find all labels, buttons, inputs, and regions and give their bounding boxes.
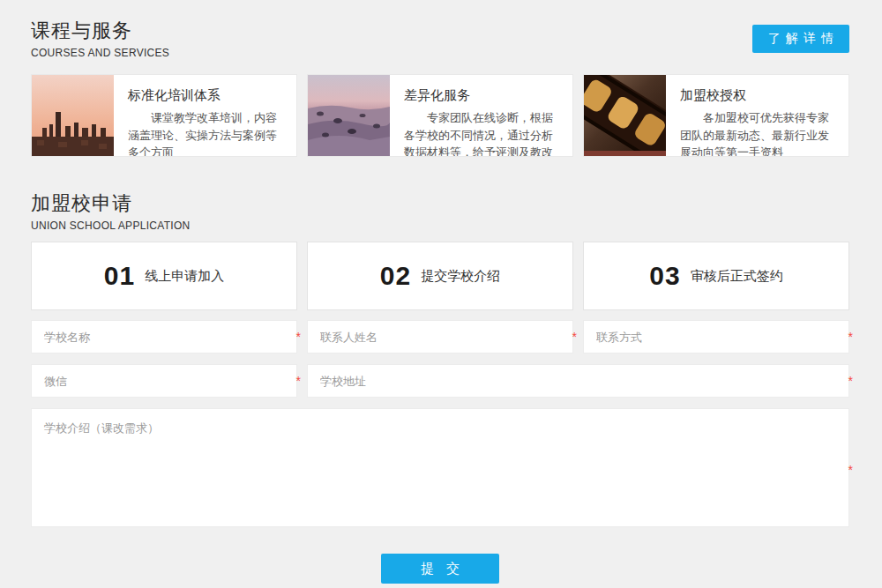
contact-name-field: * <box>307 320 573 354</box>
step-number: 01 <box>104 261 135 291</box>
courses-section-title: 课程与服务 <box>31 18 169 44</box>
card-title: 差异化服务 <box>404 87 560 104</box>
card-text-block: 差异化服务 专家团队在线诊断，根据各学校的不同情况，通过分析数据材料等，给予评测… <box>390 75 572 156</box>
learn-more-button[interactable]: 了解详情 <box>752 25 849 53</box>
application-steps-row: 01 线上申请加入 02 提交学校介绍 03 审核后正式签约 <box>31 242 849 310</box>
step-label: 线上申请加入 <box>145 268 224 285</box>
card-description: 各加盟校可优先获得专家团队的最新动态、最新行业发展动向等第一手资料 <box>680 109 836 156</box>
film-strip-image <box>584 75 666 156</box>
form-row-1: * * * <box>31 320 849 354</box>
contact-phone-field: * <box>583 320 849 354</box>
school-address-field: * <box>307 364 849 398</box>
courses-section-subtitle: COURSES AND SERVICES <box>31 47 169 59</box>
city-sunset-image <box>32 75 114 156</box>
course-card-standard-training: 标准化培训体系 课堂教学改革培训，内容涵盖理论、实操方法与案例等多个方面 <box>31 74 297 157</box>
wechat-input[interactable] <box>31 364 297 398</box>
courses-section-header: 课程与服务 COURSES AND SERVICES 了解详情 <box>31 18 849 59</box>
course-card-differentiated-service: 差异化服务 专家团队在线诊断，根据各学校的不同情况，通过分析数据材料等，给予评测… <box>307 74 573 157</box>
application-section-subtitle: UNION SCHOOL APPLICATION <box>31 220 849 232</box>
card-text-block: 标准化培训体系 课堂教学改革培训，内容涵盖理论、实操方法与案例等多个方面 <box>114 75 296 156</box>
required-asterisk: * <box>848 331 853 343</box>
submit-row: 提交 <box>31 554 849 584</box>
required-asterisk: * <box>572 331 577 343</box>
application-form: * * * * * <box>31 320 849 584</box>
school-address-input[interactable] <box>307 364 849 398</box>
application-section-title: 加盟校申请 <box>31 190 849 217</box>
step-label: 提交学校介绍 <box>421 268 500 285</box>
school-intro-textarea[interactable] <box>31 408 849 527</box>
school-name-field: * <box>31 320 297 354</box>
step-card-submit-intro: 02 提交学校介绍 <box>307 242 573 310</box>
card-description: 专家团队在线诊断，根据各学校的不同情况，通过分析数据材料等，给予评测及教改意见 <box>404 109 560 156</box>
step-number: 02 <box>380 261 411 291</box>
course-card-franchise-authorization: 加盟校授权 各加盟校可优先获得专家团队的最新动态、最新行业发展动向等第一手资料 <box>583 74 849 157</box>
page-content: 课程与服务 COURSES AND SERVICES 了解详情 <box>31 0 849 584</box>
courses-heading-block: 课程与服务 COURSES AND SERVICES <box>31 18 169 59</box>
submit-button[interactable]: 提交 <box>381 554 499 584</box>
school-intro-field: * <box>31 408 849 531</box>
step-card-sign-contract: 03 审核后正式签约 <box>583 242 849 310</box>
card-description: 课堂教学改革培训，内容涵盖理论、实操方法与案例等多个方面 <box>128 109 284 156</box>
card-title: 标准化培训体系 <box>128 87 284 104</box>
courses-section: 课程与服务 COURSES AND SERVICES 了解详情 <box>31 18 849 157</box>
contact-phone-input[interactable] <box>583 320 849 354</box>
required-asterisk: * <box>848 375 853 387</box>
contact-name-input[interactable] <box>307 320 573 354</box>
desert-dusk-image <box>308 75 390 156</box>
step-card-apply-online: 01 线上申请加入 <box>31 242 297 310</box>
form-row-2: * * <box>31 364 849 398</box>
step-number: 03 <box>649 261 680 291</box>
school-name-input[interactable] <box>31 320 297 354</box>
wechat-field: * <box>31 364 297 398</box>
required-asterisk: * <box>296 375 301 387</box>
required-asterisk: * <box>296 331 301 343</box>
card-title: 加盟校授权 <box>680 87 836 104</box>
step-label: 审核后正式签约 <box>691 268 783 285</box>
application-section: 加盟校申请 UNION SCHOOL APPLICATION 01 线上申请加入… <box>31 190 849 584</box>
application-heading-block: 加盟校申请 UNION SCHOOL APPLICATION <box>31 190 849 232</box>
course-cards-row: 标准化培训体系 课堂教学改革培训，内容涵盖理论、实操方法与案例等多个方面 <box>31 74 849 157</box>
card-text-block: 加盟校授权 各加盟校可优先获得专家团队的最新动态、最新行业发展动向等第一手资料 <box>666 75 848 156</box>
required-asterisk: * <box>848 464 853 476</box>
